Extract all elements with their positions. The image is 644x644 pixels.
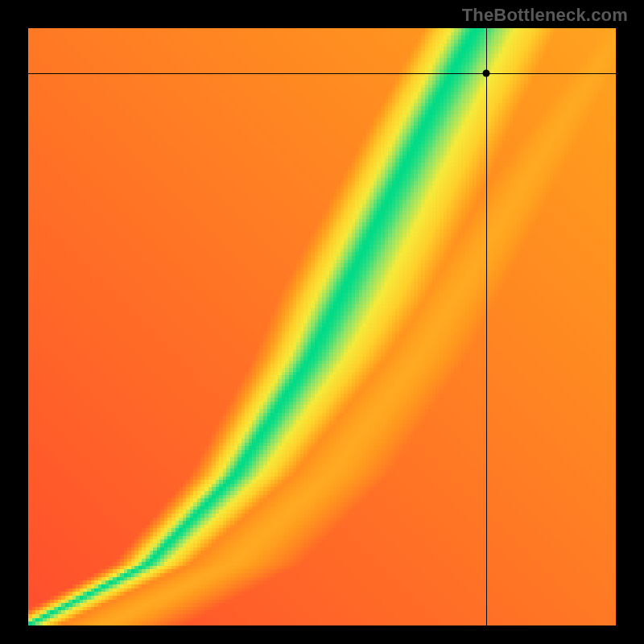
- crosshair-vertical: [486, 28, 487, 625]
- crosshair-horizontal: [28, 73, 616, 74]
- attribution-label: TheBottleneck.com: [462, 5, 628, 26]
- heatmap-plot: [28, 28, 616, 625]
- marker-dot: [483, 69, 490, 76]
- chart-frame: TheBottleneck.com: [0, 0, 644, 644]
- heatmap-canvas: [28, 28, 616, 625]
